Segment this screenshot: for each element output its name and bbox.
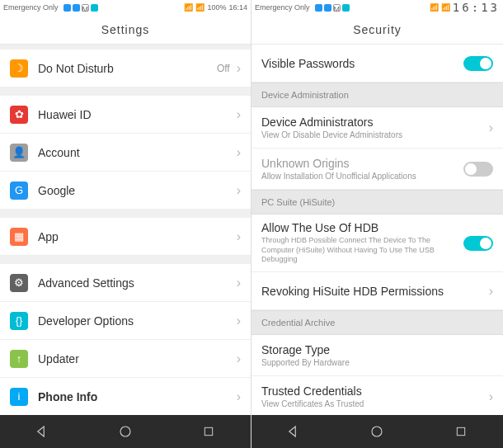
chevron-right-icon: › xyxy=(237,389,241,404)
chevron-right-icon: › xyxy=(237,107,241,122)
app-icon xyxy=(342,4,350,12)
clock-label: 16:14 xyxy=(228,3,247,12)
chevron-right-icon: › xyxy=(237,229,241,244)
row-label: Google xyxy=(38,184,237,197)
row-label: Updater xyxy=(38,352,237,365)
row-sublabel: Through HDB Possible Connect The Device … xyxy=(261,236,463,265)
huawei-icon: ✿ xyxy=(10,106,28,124)
row-sublabel: Supported By Hardware xyxy=(261,358,493,367)
row-label: Advanced Settings xyxy=(38,276,237,290)
row-label: Visible Passwords xyxy=(261,57,463,70)
wifi-icon: 📶 xyxy=(441,3,450,12)
row-label: Huawei ID xyxy=(38,108,237,121)
row-do-not-disturb[interactable]: ☽ Do Not Disturb Off › xyxy=(0,50,251,87)
row-account[interactable]: 👤 Account › xyxy=(0,134,251,172)
page-title: Security xyxy=(252,15,503,45)
recent-button[interactable] xyxy=(200,423,217,440)
app-icon xyxy=(73,4,80,12)
security-screen: Emergency Only M 📶 📶 16:13 Security Visi… xyxy=(252,0,503,448)
row-device-administrators[interactable]: Device Administrators View Or Disable De… xyxy=(252,107,503,149)
row-visible-passwords[interactable]: Visible Passwords xyxy=(252,45,503,83)
back-button[interactable] xyxy=(285,423,302,440)
section-device-administration: Device Administration xyxy=(252,83,503,107)
row-sublabel: View Certificates As Trusted xyxy=(261,399,489,408)
nav-bar xyxy=(0,415,251,448)
app-icon xyxy=(63,4,71,12)
toggle-allow-hdb[interactable] xyxy=(463,236,493,251)
app-icon xyxy=(91,4,98,12)
row-value: Off xyxy=(217,63,230,74)
clock-label: 16:13 xyxy=(453,1,500,14)
toggle-unknown-origins[interactable] xyxy=(463,162,493,177)
home-button[interactable] xyxy=(117,423,134,440)
carrier-label: Emergency Only xyxy=(255,3,310,12)
chevron-right-icon: › xyxy=(237,61,241,76)
row-storage-type[interactable]: Storage Type Supported By Hardware xyxy=(252,335,503,376)
status-bar: Emergency Only M 📶 📶 16:13 xyxy=(252,0,503,15)
row-sublabel: Allow Installation Of Unofficial Applica… xyxy=(261,172,463,181)
row-label: Unknown Origins xyxy=(261,157,463,170)
row-phone-info[interactable]: i Phone Info › xyxy=(0,378,251,415)
page-title: Settings xyxy=(0,15,251,45)
moon-icon: ☽ xyxy=(10,59,28,78)
person-icon: 👤 xyxy=(10,144,28,162)
wifi-icon: 📶 xyxy=(195,3,204,12)
row-label: Account xyxy=(38,146,237,159)
row-unknown-origins[interactable]: Unknown Origins Allow Installation Of Un… xyxy=(252,149,503,190)
row-label: Trusted Credentials xyxy=(261,384,489,398)
row-sublabel: View Or Disable Device Administrators xyxy=(261,130,489,139)
svg-point-0 xyxy=(120,427,130,436)
row-google[interactable]: G Google › xyxy=(0,172,251,210)
status-bar: Emergency Only M 📶 📶 100% 16:14 xyxy=(0,0,251,15)
chevron-right-icon: › xyxy=(489,120,493,135)
svg-rect-1 xyxy=(205,427,213,435)
settings-screen: Emergency Only M 📶 📶 100% 16:14 Settings… xyxy=(0,0,252,448)
app-icon xyxy=(324,4,331,12)
row-label: Device Administrators xyxy=(261,116,489,129)
update-icon: ↑ xyxy=(10,350,28,368)
row-huawei-id[interactable]: ✿ Huawei ID › xyxy=(0,96,251,134)
row-revoke-hdb[interactable]: Revoking HiSuite HDB Permissions › xyxy=(252,272,503,310)
info-icon: i xyxy=(10,388,28,406)
back-button[interactable] xyxy=(34,423,50,440)
apps-icon: ▦ xyxy=(10,228,28,246)
battery-label: 100% xyxy=(207,3,226,12)
row-advanced-settings[interactable]: ⚙ Advanced Settings › xyxy=(0,264,251,302)
signal-icon: 📶 xyxy=(184,3,193,12)
gmail-icon: M xyxy=(333,4,341,12)
toggle-visible-passwords[interactable] xyxy=(463,56,493,71)
gmail-icon: M xyxy=(82,4,89,12)
section-credential-archive: Credential Archive xyxy=(252,310,503,335)
row-updater[interactable]: ↑ Updater › xyxy=(0,340,251,378)
row-label: Allow The Use Of HDB xyxy=(261,221,463,234)
signal-icon: 📶 xyxy=(430,3,439,12)
chevron-right-icon: › xyxy=(237,276,241,290)
nav-bar xyxy=(252,415,503,448)
row-label: Revoking HiSuite HDB Permissions xyxy=(261,285,489,298)
gear-icon: ⚙ xyxy=(10,274,28,292)
chevron-right-icon: › xyxy=(489,389,493,404)
carrier-label: Emergency Only xyxy=(3,3,59,12)
row-app[interactable]: ▦ App › xyxy=(0,218,251,256)
chevron-right-icon: › xyxy=(237,145,241,160)
developer-icon: {} xyxy=(10,312,28,330)
chevron-right-icon: › xyxy=(237,183,241,198)
row-label: Phone Info xyxy=(38,390,237,403)
chevron-right-icon: › xyxy=(237,351,241,366)
row-allow-hdb[interactable]: Allow The Use Of HDB Through HDB Possibl… xyxy=(252,215,503,272)
row-developer-options[interactable]: {} Developer Options › xyxy=(0,302,251,340)
recent-button[interactable] xyxy=(453,423,469,440)
app-icon xyxy=(315,4,322,12)
chevron-right-icon: › xyxy=(489,284,493,299)
row-label: Developer Options xyxy=(38,314,237,328)
google-icon: G xyxy=(10,182,28,200)
svg-rect-3 xyxy=(457,427,464,435)
chevron-right-icon: › xyxy=(237,314,241,328)
section-pc-suite: PC Suite (HiSuite) xyxy=(252,190,503,215)
row-label: Do Not Disturb xyxy=(38,62,217,75)
home-button[interactable] xyxy=(369,423,385,440)
row-trusted-credentials[interactable]: Trusted Credentials View Certificates As… xyxy=(252,376,503,415)
svg-point-2 xyxy=(372,427,382,436)
row-label: Storage Type xyxy=(261,343,493,356)
row-label: App xyxy=(38,230,237,243)
